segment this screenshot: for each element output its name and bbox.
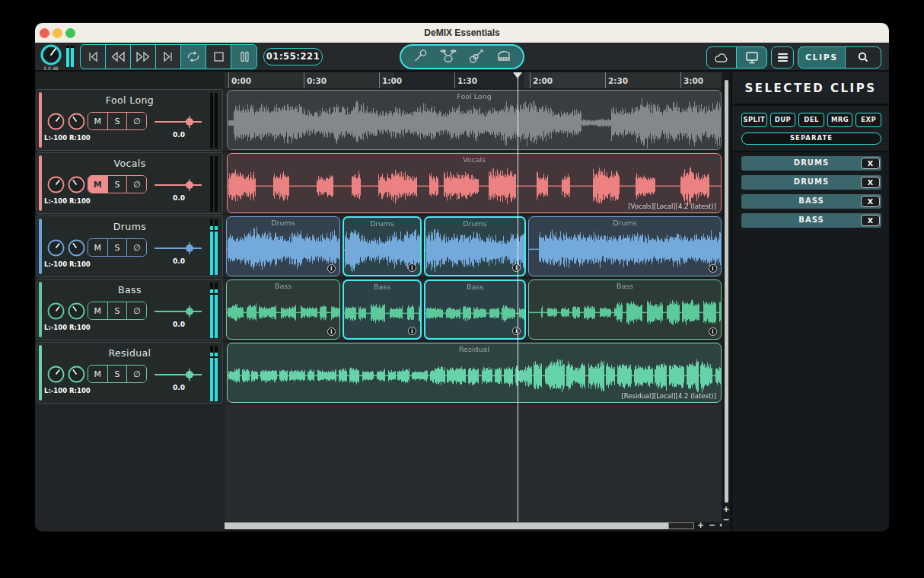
phase-button[interactable]: ∅	[127, 113, 146, 129]
selected-clip-item-bass[interactable]: BASSX	[741, 213, 881, 228]
pan-knob-left[interactable]	[46, 112, 65, 131]
stop-button[interactable]	[206, 45, 231, 69]
solo-button[interactable]: S	[108, 366, 128, 382]
dup-button[interactable]: DUP	[770, 113, 796, 127]
hscroll-thumb[interactable]	[225, 522, 668, 529]
track-header-bass[interactable]: BassL:-100 R:100MS∅0.0	[37, 279, 223, 340]
mrg-button[interactable]: MRG	[827, 113, 853, 127]
clip-info-icon[interactable]: i	[709, 264, 717, 273]
vzoom-in-button[interactable]: +	[722, 504, 731, 514]
separate-button[interactable]: SEPARATE	[741, 133, 881, 145]
clip-tools: SPLITDUPDELMRGEXP SEPARATE	[732, 107, 889, 152]
hzoom-out-button[interactable]: −	[709, 520, 715, 530]
mute-button[interactable]: M	[88, 113, 108, 129]
skip-end-button[interactable]	[156, 45, 181, 69]
microphone-icon[interactable]	[412, 48, 429, 66]
solo-button[interactable]: S	[108, 176, 128, 193]
solo-button[interactable]: S	[108, 113, 128, 129]
vscroll-thumb[interactable]	[725, 80, 728, 503]
track-header-vocals[interactable]: VocalsL:-100 R:100MS∅0.0	[37, 152, 223, 214]
fast-forward-button[interactable]	[131, 45, 156, 69]
master-gain-knob[interactable]: 0.0 dB	[39, 43, 63, 71]
clip-info-icon[interactable]: i	[408, 263, 416, 272]
search-button[interactable]	[846, 47, 881, 68]
clip-bass[interactable]: Bassi	[226, 279, 340, 340]
playhead[interactable]	[518, 72, 519, 522]
clip-info-icon[interactable]: i	[512, 263, 521, 272]
solo-button[interactable]: S	[108, 302, 128, 319]
pause-button[interactable]	[231, 45, 256, 69]
selected-clip-item-drums[interactable]: DRUMSX	[741, 175, 881, 190]
clip-drums-selected[interactable]: Drumsi	[424, 216, 526, 276]
vertical-scrollbar[interactable]: + −	[722, 72, 731, 532]
local-button[interactable]	[737, 47, 766, 68]
cloud-button[interactable]	[707, 47, 737, 68]
clip-fool-long[interactable]: Fool Long	[227, 90, 722, 150]
split-button[interactable]: SPLIT	[741, 113, 767, 127]
clip-residual[interactable]: Residual[Residual][Local][4.2 (latest)]	[227, 343, 722, 403]
mute-button[interactable]: M	[88, 302, 108, 319]
phase-button[interactable]: ∅	[127, 302, 146, 319]
track-header-residual[interactable]: ResidualL:-100 R:100MS∅0.0	[37, 342, 223, 404]
piano-icon[interactable]	[495, 48, 512, 66]
remove-clip-button[interactable]: X	[861, 177, 880, 189]
clip-bass[interactable]: Bassi	[528, 279, 722, 340]
playhead-marker[interactable]	[513, 72, 522, 78]
vzoom-out-button[interactable]: −	[722, 515, 731, 525]
del-button[interactable]: DEL	[798, 113, 824, 127]
pan-knob-left[interactable]	[46, 238, 65, 257]
clip-bass-selected[interactable]: Bassi	[424, 279, 526, 340]
phase-button[interactable]: ∅	[127, 176, 146, 193]
menu-button[interactable]	[771, 46, 794, 69]
volume-slider[interactable]	[153, 366, 203, 383]
clip-info-icon[interactable]: i	[327, 264, 336, 273]
clip-drums[interactable]: Drumsi	[226, 216, 340, 276]
clip-drums-selected[interactable]: Drumsi	[343, 216, 422, 276]
hzoom-in-button[interactable]: +	[697, 520, 704, 530]
pan-knob-right[interactable]	[67, 112, 86, 131]
clip-bass-selected[interactable]: Bassi	[343, 279, 422, 340]
clips-button[interactable]: CLIPS	[798, 47, 846, 68]
clip-info-icon[interactable]: i	[709, 327, 717, 336]
mute-button[interactable]: M	[88, 239, 108, 256]
clip-info-icon[interactable]: i	[327, 327, 336, 336]
pan-knob-right[interactable]	[67, 175, 86, 194]
solo-button[interactable]: S	[108, 239, 128, 256]
pan-knob-left[interactable]	[46, 175, 65, 194]
track-header-fool-long[interactable]: Fool LongL:-100 R:100MS∅0.0	[37, 89, 223, 151]
hscroll-groove[interactable]	[668, 522, 694, 529]
clip-vocals[interactable]: Vocals[Vocals][Local][4.2 (latest)]	[227, 153, 722, 213]
pan-knob-right[interactable]	[67, 238, 86, 257]
pan-knob-right[interactable]	[67, 302, 86, 321]
clip-info-icon[interactable]: i	[408, 327, 416, 335]
pan-knob-left[interactable]	[46, 302, 65, 321]
pan-knob-left[interactable]	[46, 365, 65, 384]
rewind-button[interactable]	[106, 45, 131, 69]
loop-button[interactable]	[181, 45, 206, 69]
volume-slider[interactable]	[153, 177, 203, 193]
mute-button[interactable]: M	[88, 176, 108, 193]
volume-slider[interactable]	[153, 240, 203, 257]
horizontal-scrollbar[interactable]: + − ↔	[225, 522, 731, 529]
remove-clip-button[interactable]: X	[861, 196, 880, 208]
selected-clip-item-drums[interactable]: DRUMSX	[741, 156, 881, 171]
track-header-drums[interactable]: DrumsL:-100 R:100MS∅0.0	[37, 216, 223, 277]
pan-knob-right[interactable]	[67, 365, 86, 384]
volume-slider[interactable]	[153, 303, 203, 320]
time-ruler[interactable]: 0:000:301:001:302:002:303:00	[225, 72, 722, 88]
clip-drums[interactable]: Drumsi	[528, 216, 722, 276]
clip-info-icon[interactable]: i	[512, 327, 521, 335]
exp-button[interactable]: EXP	[855, 113, 881, 127]
phase-button[interactable]: ∅	[127, 366, 146, 382]
selected-clip-item-bass[interactable]: BASSX	[741, 194, 881, 209]
volume-slider[interactable]	[153, 113, 203, 130]
remove-clip-button[interactable]: X	[861, 158, 880, 170]
time-display[interactable]: 01:55:221	[263, 48, 323, 65]
skip-start-button[interactable]	[81, 45, 106, 69]
guitar-icon[interactable]	[467, 48, 484, 66]
drums-icon[interactable]	[440, 48, 457, 66]
phase-button[interactable]: ∅	[127, 239, 146, 256]
remove-clip-button[interactable]: X	[861, 215, 880, 227]
instrument-selector[interactable]	[400, 44, 524, 69]
mute-button[interactable]: M	[88, 366, 108, 382]
